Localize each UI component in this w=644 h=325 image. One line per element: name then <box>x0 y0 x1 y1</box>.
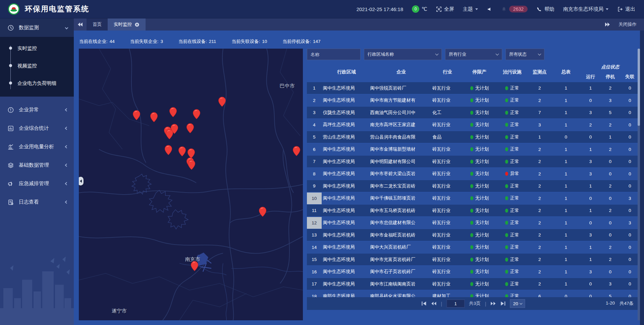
notifications-button[interactable]: 2632 <box>501 6 528 12</box>
map-pin[interactable] <box>186 123 194 133</box>
logout-button[interactable]: 退出 <box>617 6 635 12</box>
table-scrollbar[interactable] <box>638 49 640 320</box>
status-dot <box>505 111 508 115</box>
sidebar-item-power-load-detail[interactable]: 企业电力负荷明细 <box>0 74 74 92</box>
row-monitor-points: 2 <box>528 245 551 250</box>
table-rows: 1 阆中生态环境局 阆中强锐页岩砖厂 砖瓦行业 无计划 正常 2 1 1 2 0… <box>307 82 640 297</box>
row-pollution-facility: 正常 <box>496 195 528 201</box>
map-pin[interactable] <box>191 261 198 271</box>
row-monitor-points: 2 <box>528 232 551 237</box>
map-pin[interactable] <box>218 97 226 107</box>
col-header-production-limit: 停限产 <box>463 62 496 82</box>
notification-count-badge: 2632 <box>509 6 528 12</box>
row-production-limit: 无计划 <box>463 293 496 297</box>
map-pin[interactable] <box>132 110 140 120</box>
tabs-scroll-left-button[interactable] <box>74 18 87 31</box>
page-size-select[interactable]: 20 <box>510 299 525 308</box>
weather-widget: 0 ℃ <box>412 5 427 13</box>
map-collapse-handle[interactable] <box>79 177 84 185</box>
map-pin[interactable] <box>165 129 173 140</box>
tab-close-icon[interactable] <box>135 22 140 27</box>
tab-home[interactable]: 首页 <box>87 18 108 31</box>
map-pin[interactable] <box>169 107 177 117</box>
mute-button[interactable] <box>487 6 492 12</box>
theme-dropdown[interactable]: 主题 <box>463 6 478 12</box>
map-pin[interactable] <box>193 109 200 119</box>
table-row[interactable]: 15 阆中生态环境局 阆中市光富页岩机砖厂 砖瓦行业 无计划 正常 2 1 1 … <box>307 254 640 265</box>
stats-bar: 当前在线企业:44 当前失联企业:3 当前在线设备:211 当前失联设备:10 … <box>79 38 336 45</box>
sidebar-item-video-monitor[interactable]: 视频监控 <box>0 57 74 74</box>
status-dot <box>470 233 473 237</box>
table-row[interactable]: 14 阆中生态环境局 阆中大兴页岩机砖厂 砖瓦行业 无计划 正常 2 1 1 2… <box>307 241 640 253</box>
table-header: 行政区域 企业 行业 停限产 治污设施 监测点 总表 点位状态 运行 停机 失联 <box>307 62 640 82</box>
table-row[interactable]: 8 阆中生态环境局 阆中市枣碧大梁山页岩 砖瓦行业 无计划 异常 2 1 3 0… <box>307 168 640 180</box>
fullscreen-button[interactable]: 全屏 <box>436 6 454 12</box>
table-row[interactable]: 13 阆中生态环境局 阆中市金福旺页岩机砖 砖瓦行业 无计划 正常 2 1 3 … <box>307 229 640 241</box>
sidebar-item-company-abnormal[interactable]: 企业异常 <box>0 101 74 119</box>
tab-realtime-monitor[interactable]: 实时监控 <box>108 18 146 31</box>
col-header-pollution-facility: 治污设施 <box>496 62 528 82</box>
row-number: 12 <box>307 217 322 229</box>
chevron-down-icon <box>538 52 541 56</box>
name-filter-input[interactable] <box>307 49 361 60</box>
last-page-button[interactable] <box>500 301 506 306</box>
region-filter-select[interactable]: 行政区域名称 <box>364 49 442 60</box>
map-pin[interactable] <box>293 146 301 156</box>
sidebar-item-power-analysis[interactable]: 企业用电量分析 <box>0 138 74 156</box>
status-dot <box>505 294 508 297</box>
row-lost-count: 0 <box>620 171 640 176</box>
table-row[interactable]: 16 阆中生态环境局 阆中市石子页岩机砖厂 砖瓦行业 无计划 正常 2 1 3 … <box>307 266 640 278</box>
table-row[interactable]: 18 南部生态环境局 南部县砖化水泥有限公 建材加工 无计划 正常 6 0 0 … <box>307 290 640 297</box>
table-row[interactable]: 9 阆中生态环境局 阆中市二龙长宝页岩砖 砖瓦行业 无计划 正常 2 1 1 2… <box>307 180 640 192</box>
table-row[interactable]: 12 阆中生态环境局 阆中市忠信建材有限公 砖瓦行业 无计划 正常 2 1 0 … <box>307 217 640 229</box>
sidebar-item-realtime-monitor[interactable]: 实时监控 <box>0 40 74 57</box>
row-lost-count: 0 <box>620 208 640 213</box>
scrollbar-thumb[interactable] <box>638 49 640 126</box>
row-monitor-points: 7 <box>528 110 551 115</box>
next-page-button[interactable] <box>491 301 496 306</box>
table-row[interactable]: 7 阆中生态环境局 阆中明阳建材有限公司 砖瓦行业 无计划 正常 2 1 3 0… <box>307 156 640 167</box>
table-row[interactable]: 5 营山生态环境局 营山县润丰肉食品有限 食品 无计划 正常 1 0 0 1 0 <box>307 131 640 143</box>
page-number-input[interactable] <box>446 300 465 308</box>
row-running-count: 1 <box>581 257 600 262</box>
tabs-scroll-right-button[interactable] <box>605 22 610 26</box>
sidebar-item-company-statistics[interactable]: 企业综合统计 <box>0 119 74 138</box>
sidebar-item-base-data[interactable]: 基础数据管理 <box>0 156 74 174</box>
row-lost-count: 0 <box>620 183 640 188</box>
map-pin[interactable] <box>178 146 186 157</box>
workspace: 当前在线企业:44 当前失联企业:3 当前在线设备:211 当前失联设备:10 … <box>74 31 644 325</box>
table-row[interactable]: 17 阆中生态环境局 阆中市江南镇阆南页岩 砖瓦行业 无计划 正常 2 1 0 … <box>307 278 640 290</box>
industry-filter-select[interactable]: 所有行业 <box>445 49 502 60</box>
row-total-meter: 1 <box>551 110 581 115</box>
table-row[interactable]: 4 高坪生态环境局 南充市高坪区王家店建 砖瓦行业 无计划 正常 3 1 2 2… <box>307 119 640 131</box>
close-operations-button[interactable]: 关闭操作 <box>619 21 637 28</box>
table-row[interactable]: 2 阆中生态环境局 阆中市南方节能建材有 砖瓦行业 无计划 正常 2 1 0 3… <box>307 95 640 106</box>
status-dot <box>505 135 508 139</box>
map-pin[interactable] <box>150 112 158 122</box>
help-button[interactable]: 帮助 <box>536 6 554 12</box>
log-document-icon <box>7 199 14 206</box>
sidebar-item-data-monitor[interactable]: 数据监测 <box>0 18 74 37</box>
map-pin[interactable] <box>165 145 172 155</box>
first-page-button[interactable] <box>421 301 427 306</box>
table-row[interactable]: 3 仪陇生态环境局 西南油气田分公司川中 化工 无计划 正常 7 1 3 5 0 <box>307 107 640 118</box>
row-production-limit: 无计划 <box>463 244 496 250</box>
user-menu[interactable]: 南充市生态环境局 <box>563 6 608 12</box>
map-panel[interactable]: 巴中市南充市遂宁市 <box>79 49 303 320</box>
table-row[interactable]: 6 阆中生态环境局 阆中市金博瑞新型墙材 砖瓦行业 无计划 正常 2 1 1 2… <box>307 144 640 155</box>
location-pin-icon <box>150 112 158 122</box>
table-row[interactable]: 10 阆中生态环境局 阆中千佛镇五郎垭页岩 砖瓦行业 无计划 正常 2 1 0 … <box>307 193 640 204</box>
map-pin[interactable] <box>188 160 196 170</box>
sidebar-item-log-view[interactable]: 日志查看 <box>0 193 74 211</box>
row-running-count: 1 <box>581 208 600 213</box>
row-lost-count: 0 <box>620 245 640 250</box>
row-total-meter: 1 <box>551 281 581 286</box>
map-pin[interactable] <box>259 207 266 217</box>
sidebar-item-emergency-reduction[interactable]: 应急减排管理 <box>0 174 74 193</box>
table-row[interactable]: 11 阆中生态环境局 阆中市五马桥页岩机砖 砖瓦行业 无计划 正常 2 1 1 … <box>307 205 640 216</box>
row-lost-count: 0 <box>620 257 640 262</box>
table-row[interactable]: 1 阆中生态环境局 阆中强锐页岩砖厂 砖瓦行业 无计划 正常 2 1 1 2 0 <box>307 82 640 94</box>
row-running-count: 0 <box>581 220 600 225</box>
status-filter-select[interactable]: 所有状态 <box>505 49 544 60</box>
prev-page-button[interactable] <box>431 301 436 306</box>
